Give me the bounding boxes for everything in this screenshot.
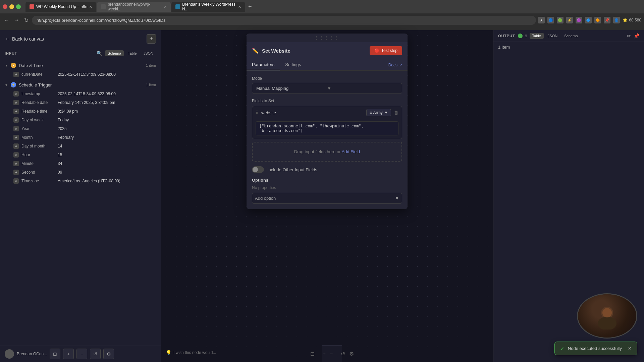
undo-button[interactable]: ↺	[90, 349, 101, 359]
new-tab-button[interactable]: +	[246, 3, 254, 11]
output-info-icon[interactable]: ℹ	[525, 34, 527, 38]
zoom-in-button[interactable]: +	[63, 349, 74, 359]
node-drag-handle[interactable]: ⋮⋮⋮⋮⋮	[247, 34, 408, 42]
browser-tab-1[interactable]: WP Weekly Round Up – n8n ✕	[25, 2, 96, 12]
field-type-second: A	[13, 170, 19, 175]
close-button[interactable]	[3, 4, 7, 9]
parameters-tab[interactable]: Parameters	[247, 59, 280, 70]
browser-tab-2[interactable]: brendanoconnellwp/wp-weekl... ✕	[97, 2, 171, 12]
test-step-button[interactable]: 🔴 Test step	[370, 46, 402, 55]
delete-field-button[interactable]: 🗑	[394, 110, 398, 115]
section-datetime-header[interactable]: ▼ ● Date & Time 1 item	[0, 61, 161, 70]
table-tab[interactable]: Table	[125, 50, 139, 56]
window-controls	[3, 4, 21, 9]
field-day-of-month: A Day of month 14	[0, 142, 161, 150]
add-field-link[interactable]: Add Field	[341, 149, 360, 154]
undo-canvas-button[interactable]: ↺	[341, 351, 345, 357]
zoom-in-canvas-button[interactable]: +	[323, 351, 326, 357]
back-arrow-icon: ←	[5, 36, 10, 42]
field-day-of-week: A Day of week Friday	[0, 116, 161, 124]
schedule-icon: ⚡	[11, 82, 16, 87]
add-node-button[interactable]: +	[147, 34, 156, 44]
field-type-year: A	[13, 126, 19, 131]
field-name-second: Second	[21, 170, 55, 175]
input-panel-header: INPUT 🔍 Schema Table JSON	[0, 48, 161, 59]
output-view-tabs: Table JSON Schema	[530, 33, 581, 39]
field-name-timezone: Timezone	[21, 179, 55, 183]
output-edit-icon[interactable]: ✏	[627, 33, 631, 39]
add-option-arrow: ▼	[395, 196, 399, 201]
section-datetime-toggle: ▼	[5, 64, 8, 67]
tab-close-3[interactable]: ✕	[238, 5, 241, 9]
field-name-input[interactable]	[261, 110, 364, 115]
output-table-tab[interactable]: Table	[530, 33, 544, 39]
canvas-settings-button[interactable]: ⚙	[349, 351, 354, 357]
field-value-year: 2025	[58, 126, 67, 131]
settings-tab[interactable]: Settings	[280, 59, 306, 70]
output-json-tab[interactable]: JSON	[545, 33, 560, 39]
input-search-icon[interactable]: 🔍	[97, 51, 102, 56]
section-schedule-toggle: ▼	[5, 83, 8, 87]
output-schema-tab[interactable]: Schema	[561, 33, 580, 39]
field-name-month: Month	[21, 135, 55, 140]
profile-icon[interactable]: 👤	[613, 17, 620, 23]
extension-icon-4[interactable]: 🟣	[576, 17, 582, 23]
bookmark-icon[interactable]: ★	[538, 17, 545, 23]
section-schedule-header[interactable]: ▼ ⚡ Schedule Trigger 1 item	[0, 80, 161, 89]
mode-dropdown[interactable]: Manual Mapping ▼	[252, 83, 402, 94]
include-other-toggle[interactable]	[252, 166, 264, 173]
tab-close-1[interactable]: ✕	[89, 5, 92, 9]
docs-label: Docs	[388, 63, 397, 67]
wish-node[interactable]: 💡 I wish this node would...	[166, 350, 216, 355]
field-type-dropdown[interactable]: ≡ Array ▼	[366, 109, 391, 116]
notification-bar: ✓ Node executed successfully ✕	[554, 342, 637, 355]
notification-close-button[interactable]: ✕	[628, 346, 632, 351]
maximize-button[interactable]	[16, 4, 21, 9]
zoom-out-canvas-button[interactable]: −	[330, 351, 333, 357]
svg-point-2	[602, 308, 612, 317]
docs-link[interactable]: Docs ↗	[383, 59, 408, 70]
refresh-button[interactable]: ↻	[23, 16, 30, 25]
settings-toolbar-button[interactable]: ⚙	[103, 349, 114, 359]
extension-icon-7[interactable]: 📌	[604, 17, 610, 23]
minimize-button[interactable]	[9, 4, 14, 9]
field-name-readable-time: Readable time	[21, 109, 55, 114]
field-type-readable-date: A	[13, 100, 19, 105]
drag-dots-icon: ⋮⋮⋮⋮⋮	[315, 36, 340, 40]
tab-close-2[interactable]: ✕	[164, 5, 167, 9]
address-bar-input[interactable]	[32, 16, 536, 25]
field-type-dow: A	[13, 117, 19, 123]
forward-nav-button[interactable]: →	[13, 16, 21, 24]
mode-value: Manual Mapping	[256, 86, 327, 91]
tab-label-3: Brendan's Weekly WordPress N...	[182, 2, 236, 11]
field-value-display: ["brendan-oconnell.com", "thewpminute.co…	[256, 121, 398, 135]
wish-icon: 💡	[166, 350, 171, 355]
field-name-readable-date: Readable date	[21, 100, 55, 105]
node-panel: ⋮⋮⋮⋮⋮ ✏️ Set Website 🔴 Test step Paramet…	[247, 34, 408, 209]
extension-icon-5[interactable]: 🔷	[585, 17, 592, 23]
field-drag-icon[interactable]: ⠿	[256, 110, 259, 115]
output-pin-icon[interactable]: 📌	[634, 33, 639, 39]
fit-canvas-button[interactable]: ⊡	[310, 351, 315, 357]
extension-icon-2[interactable]: 🟢	[557, 17, 564, 23]
datetime-icon: ●	[11, 63, 16, 68]
drop-zone[interactable]: Drag input fields here or Add Field	[252, 142, 402, 162]
field-month: A Month February	[0, 133, 161, 142]
fit-view-button[interactable]: ⊡	[50, 349, 60, 359]
extension-icon-6[interactable]: 🔶	[594, 17, 601, 23]
field-value-area: ["brendan-oconnell.com", "thewpminute.co…	[252, 119, 402, 139]
browser-tab-3[interactable]: Brendan's Weekly WordPress N... ✕	[171, 2, 245, 12]
star-count: 60,580	[629, 18, 641, 22]
node-container: ⋮⋮⋮⋮⋮ ✏️ Set Website 🔴 Test step Paramet…	[161, 30, 493, 209]
extension-icon-1[interactable]: 🔵	[547, 17, 554, 23]
node-content: Mode Manual Mapping ▼ Fields to Set ⠿	[247, 71, 408, 209]
json-tab[interactable]: JSON	[141, 50, 156, 56]
field-item-header: ⠿ ≡ Array ▼ 🗑	[252, 106, 402, 119]
add-option-button[interactable]: Add option ▼	[252, 193, 402, 204]
back-to-canvas-link[interactable]: ← Back to canvas	[5, 36, 44, 42]
extension-icon-3[interactable]: ⚡	[566, 17, 573, 23]
schema-tab[interactable]: Schema	[105, 50, 124, 56]
section-datetime-name: Date & Time	[19, 63, 43, 68]
zoom-out-button[interactable]: −	[76, 349, 87, 359]
back-nav-button[interactable]: ←	[3, 16, 11, 24]
